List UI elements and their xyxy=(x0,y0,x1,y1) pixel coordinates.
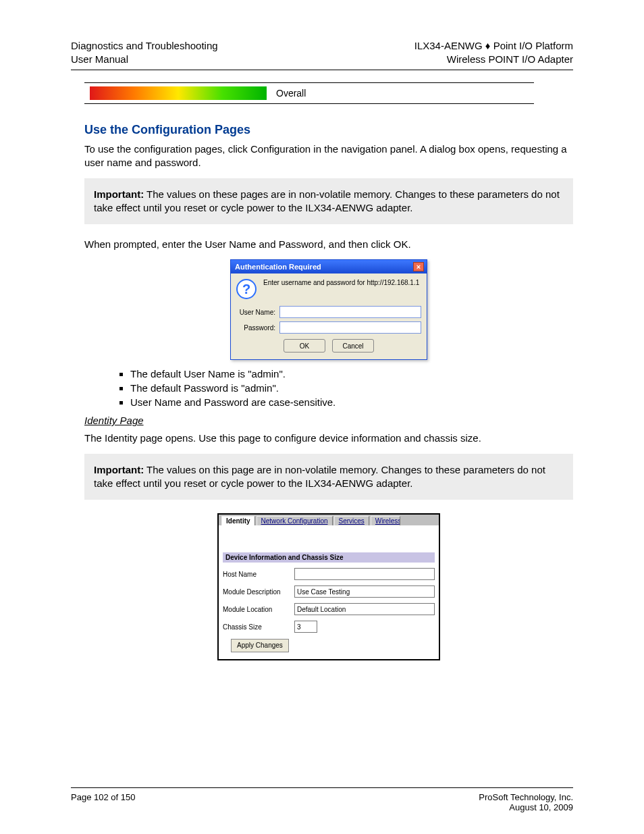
identity-subheading: Identity Page xyxy=(84,415,573,426)
module-location-label: Module Location xyxy=(223,606,294,613)
section-heading-config: Use the Configuration Pages xyxy=(84,123,573,137)
login-notes-list: The default User Name is "admin". The de… xyxy=(103,368,573,408)
host-name-input[interactable] xyxy=(294,568,435,580)
cancel-button[interactable]: Cancel xyxy=(332,339,374,353)
tab-identity[interactable]: Identity xyxy=(221,516,255,525)
list-item: User Name and Password are case-sensitiv… xyxy=(130,396,573,408)
config-para-1: To use the configuration pages, click Co… xyxy=(84,142,573,170)
module-location-input[interactable] xyxy=(294,603,435,615)
password-input[interactable] xyxy=(279,321,421,334)
footer-page-number: Page 102 of 150 xyxy=(71,792,135,812)
list-item: The default Password is "admin". xyxy=(130,382,573,394)
auth-dialog: Authentication Required × ? Enter userna… xyxy=(230,259,427,360)
overall-label: Overall xyxy=(276,88,306,99)
tab-strip: Identity Network Configuration Services … xyxy=(219,515,439,525)
apply-changes-button[interactable]: Apply Changes xyxy=(231,639,289,652)
chassis-size-label: Chassis Size xyxy=(223,623,294,631)
module-description-input[interactable] xyxy=(294,585,435,598)
important-body-1: The values on these pages are in non-vol… xyxy=(94,188,560,213)
header-left-top: Diagnostics and Troubleshooting xyxy=(71,39,218,53)
host-name-label: Host Name xyxy=(223,571,294,578)
panel-group-header: Device Information and Chassis Size xyxy=(223,552,435,563)
module-description-label: Module Description xyxy=(223,588,294,596)
list-item: The default User Name is "admin". xyxy=(130,368,573,380)
footer-date: August 10, 2009 xyxy=(509,802,573,812)
question-icon: ? xyxy=(236,279,257,299)
header-right-bottom: Wireless POINT I/O Adapter xyxy=(414,53,573,66)
header-right-top: ILX34-AENWG ♦ Point I/O Platform xyxy=(414,39,573,53)
close-icon[interactable]: × xyxy=(413,262,424,271)
important-note-2: Important: The values on this page are i… xyxy=(84,454,573,500)
ok-button[interactable]: OK xyxy=(284,339,325,353)
auth-dialog-message: Enter username and password for http://1… xyxy=(263,279,419,288)
tab-network-configuration[interactable]: Network Configuration xyxy=(257,516,333,525)
important-note-1: Important: The values on these pages are… xyxy=(84,178,573,225)
tab-wireless[interactable]: Wireless S xyxy=(371,516,400,525)
header-rule xyxy=(71,70,573,70)
important-label-2: Important: xyxy=(94,464,144,475)
chassis-size-input[interactable] xyxy=(294,621,317,633)
identity-para: The Identity page opens. Use this page t… xyxy=(84,432,573,445)
page-header: Diagnostics and Troubleshooting User Man… xyxy=(71,39,573,66)
password-label: Password: xyxy=(236,324,279,332)
auth-dialog-title: Authentication Required xyxy=(235,263,321,271)
username-label: User Name: xyxy=(236,309,279,316)
footer-company: ProSoft Technology, Inc. xyxy=(479,792,573,802)
username-input[interactable] xyxy=(279,306,421,318)
overall-row-table: Overall xyxy=(84,82,534,104)
status-gradient xyxy=(90,86,267,100)
page-footer: Page 102 of 150 ProSoft Technology, Inc.… xyxy=(71,787,573,812)
important-label-1: Important: xyxy=(94,188,144,200)
tab-services[interactable]: Services xyxy=(334,516,369,525)
config-para-2: When prompted, enter the User Name and P… xyxy=(84,238,573,251)
important-body-2: The values on this page are in non-volat… xyxy=(94,464,545,489)
identity-panel: Identity Network Configuration Services … xyxy=(217,513,440,660)
header-left-bottom: User Manual xyxy=(71,53,218,66)
